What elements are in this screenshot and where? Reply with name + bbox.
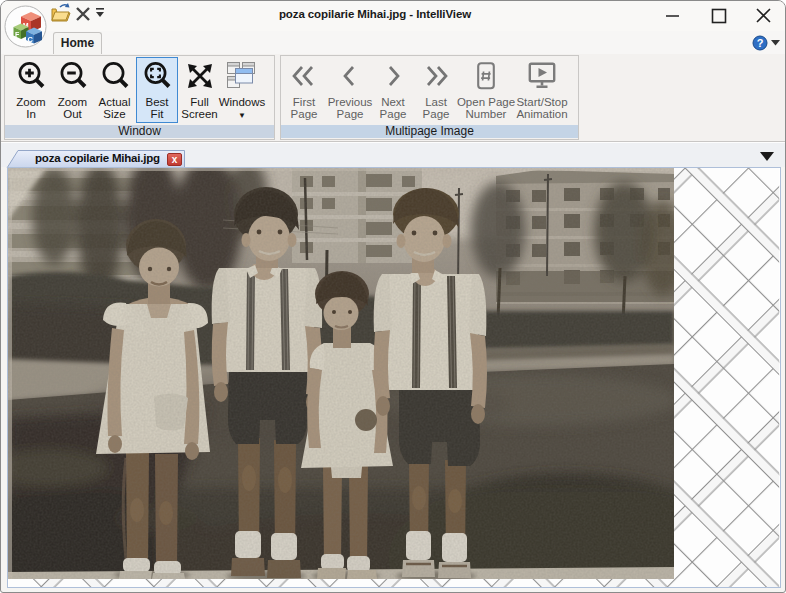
svg-text:F: F: [15, 31, 20, 38]
svg-text:C: C: [28, 35, 34, 44]
svg-text:?: ?: [757, 37, 764, 49]
